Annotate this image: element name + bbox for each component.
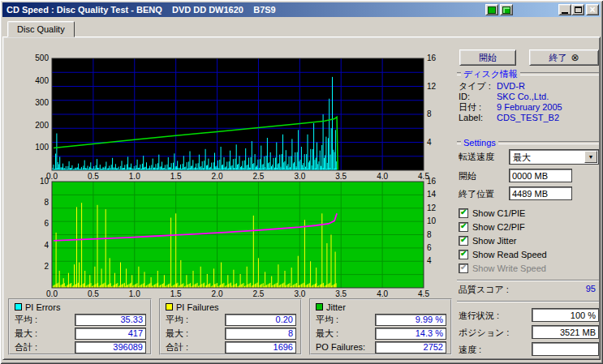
checkbox-show-c2-pif[interactable]: ✔ Show C2/PIF bbox=[459, 221, 525, 233]
tray-green-button-1[interactable] bbox=[485, 4, 498, 15]
separator-line bbox=[457, 301, 599, 302]
minimize-button[interactable] bbox=[558, 4, 571, 15]
minimize-icon bbox=[562, 12, 568, 14]
separator-line bbox=[457, 280, 599, 281]
checkbox-box[interactable]: ✔ bbox=[459, 236, 468, 246]
svg-text:16: 16 bbox=[427, 54, 437, 62]
stat-label: 合計 : bbox=[15, 341, 37, 353]
disc-info-group: ディスク情報 タイプ : DVD-R ID: SKC Co.,Ltd. 日付 :… bbox=[457, 69, 599, 135]
disc-info-title: ディスク情報 bbox=[463, 68, 518, 80]
stat-label: 平均 : bbox=[15, 314, 37, 326]
end-position-field[interactable]: 4489 MB bbox=[509, 186, 572, 200]
check-icon: ✔ bbox=[460, 235, 467, 245]
svg-text:0.0: 0.0 bbox=[46, 289, 58, 298]
stat-row: 最大 : 14.3 % bbox=[316, 328, 446, 340]
start-button[interactable]: 開始 bbox=[459, 49, 516, 66]
stat-label: 合計 : bbox=[166, 341, 188, 353]
stat-value-field: 417 bbox=[75, 328, 146, 340]
maximize-button[interactable] bbox=[571, 4, 584, 15]
disc-id-row: ID: SKC Co.,Ltd. bbox=[459, 92, 599, 102]
tray-green-button-2[interactable] bbox=[500, 4, 513, 15]
stat-value-field: 396089 bbox=[75, 341, 146, 353]
check-icon: ✔ bbox=[460, 221, 467, 231]
exit-label: 終了 bbox=[549, 52, 566, 64]
stat-row: 平均 : 9.99 % bbox=[316, 314, 446, 326]
tab-disc-quality[interactable]: Disc Quality bbox=[7, 21, 75, 37]
svg-text:6: 6 bbox=[44, 219, 49, 228]
disc-info-heading: ディスク情報 bbox=[457, 69, 599, 79]
checkbox-label: Show Jitter bbox=[472, 236, 516, 246]
stats-box-label: PI Failures bbox=[176, 302, 219, 312]
checkbox-show-jitter[interactable]: ✔ Show Jitter bbox=[459, 235, 516, 246]
close-button[interactable]: × bbox=[586, 4, 599, 15]
svg-text:1.0: 1.0 bbox=[129, 172, 140, 181]
checkbox-box[interactable]: ✔ bbox=[459, 250, 468, 259]
title-bar[interactable]: CD Speed : Disc Quality Test - BENQ DVD … bbox=[2, 2, 601, 17]
maximize-icon bbox=[575, 6, 582, 13]
pi-failures-stats-box: PI Failures 平均 : 0.20 最大 : 8 合計 : 1696 bbox=[159, 298, 302, 355]
check-icon: ✔ bbox=[460, 263, 467, 272]
svg-text:4: 4 bbox=[44, 241, 49, 250]
field-value: CDS_TEST_B2 bbox=[497, 113, 559, 123]
svg-text:3.5: 3.5 bbox=[335, 172, 347, 181]
checkbox-box[interactable]: ✔ bbox=[459, 208, 468, 218]
transfer-speed-select[interactable]: 最大 ▼ bbox=[509, 149, 599, 165]
speed-row: 速度 : bbox=[459, 344, 599, 358]
svg-text:1.5: 1.5 bbox=[170, 289, 182, 298]
jitter-swatch-icon bbox=[316, 303, 323, 310]
svg-text:400: 400 bbox=[35, 76, 49, 85]
exit-button[interactable]: 終了 ⊗ bbox=[529, 49, 599, 66]
svg-text:10: 10 bbox=[40, 177, 50, 186]
dropdown-button[interactable]: ▼ bbox=[584, 151, 597, 163]
svg-text:0.5: 0.5 bbox=[88, 289, 99, 298]
stat-label: PO Failures: bbox=[316, 341, 365, 353]
disc-date-row: 日付 : 9 February 2005 bbox=[459, 102, 599, 113]
close-circle-icon: ⊗ bbox=[571, 52, 579, 63]
quality-charts: 0.00.51.01.52.02.53.03.54.04.51002003004… bbox=[2, 45, 454, 304]
field-label: 日付 : bbox=[459, 102, 481, 113]
checkbox-label: Show C1/PIE bbox=[472, 208, 525, 218]
checkbox-box[interactable]: ✔ bbox=[459, 222, 468, 232]
stat-label: 平均 : bbox=[166, 314, 188, 326]
svg-text:14: 14 bbox=[427, 190, 437, 199]
progress-value-field: 100 % bbox=[532, 308, 599, 322]
field-label: 開始 bbox=[459, 171, 476, 182]
svg-text:4.5: 4.5 bbox=[418, 289, 429, 298]
field-label: Label: bbox=[459, 113, 483, 123]
position-value-field: 3521 MB bbox=[532, 325, 599, 339]
field-label: 速度 : bbox=[459, 344, 481, 356]
field-value: SKC Co.,Ltd. bbox=[497, 92, 549, 102]
checkbox-show-write-speed[interactable]: ✔ Show Write Speed bbox=[459, 263, 546, 274]
field-label: 終了位置 bbox=[459, 189, 494, 199]
speed-value-field bbox=[532, 342, 599, 356]
stat-row: 最大 : 417 bbox=[15, 328, 146, 340]
svg-text:8: 8 bbox=[427, 230, 432, 239]
check-icon: ✔ bbox=[460, 249, 467, 259]
field-label: 進行状況 : bbox=[459, 310, 499, 322]
jitter-stats-box: Jitter 平均 : 9.99 % 最大 : 14.3 % PO Failur… bbox=[309, 298, 452, 355]
pi-errors-swatch-icon bbox=[15, 303, 22, 310]
stat-row: 最大 : 8 bbox=[166, 328, 296, 340]
stats-box-title: Jitter bbox=[316, 302, 346, 312]
checkbox-show-c1-pie[interactable]: ✔ Show C1/PIE bbox=[459, 208, 525, 219]
svg-text:3.0: 3.0 bbox=[294, 172, 305, 181]
svg-text:12: 12 bbox=[427, 82, 437, 91]
checkbox-box[interactable]: ✔ bbox=[459, 263, 468, 273]
pi-errors-stats-box: PI Errors 平均 : 35.33 最大 : 417 合計 : 39608… bbox=[8, 298, 152, 355]
svg-text:4: 4 bbox=[427, 138, 432, 147]
field-label: タイプ : bbox=[459, 81, 491, 92]
field-label: 品質スコア : bbox=[459, 284, 509, 296]
stats-box-label: PI Errors bbox=[25, 302, 60, 312]
checkbox-show-read-speed[interactable]: ✔ Show Read Speed bbox=[459, 249, 547, 260]
svg-text:2.5: 2.5 bbox=[252, 289, 264, 298]
disc-label-row: Label: CDS_TEST_B2 bbox=[459, 113, 599, 123]
position-row: ポジション : 3521 MB bbox=[459, 327, 599, 340]
svg-text:4: 4 bbox=[427, 256, 432, 265]
disc-type-row: タイプ : DVD-R bbox=[459, 81, 599, 92]
quality-score-row: 品質スコア : 95 bbox=[459, 284, 597, 295]
stat-label: 最大 : bbox=[166, 328, 188, 340]
svg-text:4.0: 4.0 bbox=[377, 289, 388, 298]
checkbox-label: Show Read Speed bbox=[472, 250, 547, 259]
start-position-field[interactable]: 0000 MB bbox=[509, 169, 572, 182]
close-icon: × bbox=[589, 6, 595, 14]
